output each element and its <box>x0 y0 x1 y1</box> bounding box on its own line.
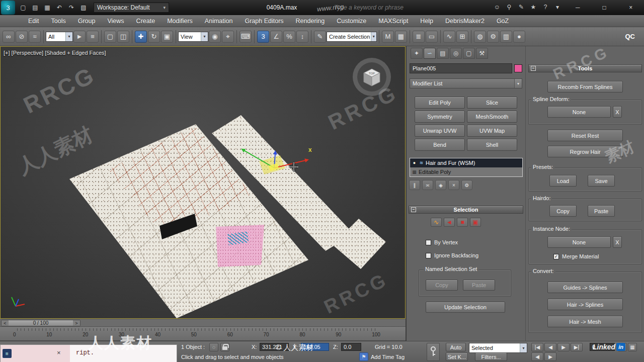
align-icon[interactable]: ▦ <box>395 31 407 43</box>
edit-named-selection-sets-icon[interactable]: ✎ <box>314 31 326 43</box>
angle-snap-icon[interactable]: ∠ <box>270 31 282 43</box>
y-coordinate-field[interactable]: 160.05 <box>301 343 329 351</box>
render-production-icon[interactable]: ● <box>513 31 525 43</box>
select-element-icon[interactable]: ▣ <box>470 218 481 227</box>
select-and-move-icon[interactable]: ✚ <box>135 31 147 43</box>
schematic-view-icon[interactable]: ⊞ <box>456 31 468 43</box>
unlink-selection-icon[interactable]: ⊘ <box>16 31 28 43</box>
key-step-forward-button[interactable]: ▶ <box>544 352 556 361</box>
script-pen-icon[interactable]: ✎ <box>516 2 527 12</box>
select-and-link-icon[interactable]: ∞ <box>3 31 15 43</box>
recomb-from-splines-button[interactable]: Recomb From Splines <box>547 81 623 93</box>
select-object-icon[interactable]: ► <box>73 31 86 43</box>
select-guide-vertices-icon[interactable]: ◄ <box>444 218 455 227</box>
chevron-down-icon[interactable]: ▾ <box>552 2 563 12</box>
menu-item[interactable]: Views <box>101 15 130 27</box>
selection-lock-icon[interactable] <box>220 343 229 351</box>
auto-key-button[interactable]: Auto <box>446 343 466 351</box>
community-icon[interactable]: ☺ <box>492 2 503 12</box>
material-editor-icon[interactable]: ◍ <box>474 31 486 43</box>
close-button[interactable]: × <box>617 0 644 15</box>
reference-coordinate-dropdown[interactable]: View ▾ <box>178 32 208 42</box>
hairdo-copy-button[interactable]: Copy <box>549 205 577 217</box>
menu-item[interactable]: GoZ <box>491 15 515 27</box>
hairdo-paste-button[interactable]: Paste <box>588 205 615 217</box>
viewport-label[interactable]: [+] [Perspective] [Shaded + Edged Faces] <box>4 50 106 56</box>
menu-item[interactable]: Group <box>72 15 102 27</box>
tab-create[interactable]: ✦ <box>411 48 423 59</box>
modifier-set-button[interactable]: MeshSmooth <box>467 111 517 123</box>
rendered-frame-window-icon[interactable]: ▥ <box>500 31 512 43</box>
menu-item[interactable]: Graph Editors <box>238 15 289 27</box>
save-file-icon[interactable]: ▦ <box>42 3 53 13</box>
collapse-icon[interactable]: − <box>531 66 536 71</box>
named-set-copy-button[interactable]: Copy <box>426 280 458 291</box>
maxscript-listener-window[interactable]: ≡ × ript. <box>0 344 177 362</box>
ignore-backfacing-checkbox[interactable] <box>426 253 431 258</box>
stack-row-hair-and-fur[interactable]: ● ≋ Hair and Fur (WSM) <box>410 158 522 167</box>
menu-item[interactable]: Tools <box>45 15 72 27</box>
spline-deform-none-button[interactable]: None <box>547 106 611 118</box>
select-and-manipulate-icon[interactable]: ⌖ <box>222 31 234 43</box>
instance-node-clear-button[interactable]: X <box>613 236 622 248</box>
add-time-tag-label[interactable]: Add Time Tag <box>371 354 405 360</box>
named-set-paste-button[interactable]: Paste <box>463 280 495 291</box>
selection-filter-dropdown[interactable]: All ▾ <box>46 32 73 42</box>
menu-item[interactable]: Animation <box>199 15 239 27</box>
key-filters-button[interactable]: Filters... <box>475 352 507 361</box>
set-keys-button[interactable] <box>427 343 440 361</box>
regrow-hair-button[interactable]: Regrow Hair <box>547 146 623 157</box>
menu-item[interactable]: Customize <box>331 15 372 27</box>
qc-button[interactable]: QC <box>625 33 635 40</box>
tab-modify[interactable]: ∽ <box>424 48 436 59</box>
minimize-button[interactable]: ─ <box>565 0 591 15</box>
menu-item[interactable]: MAXScript <box>372 15 414 27</box>
guides-to-splines-button[interactable]: Guides -> Splines <box>547 282 623 293</box>
time-configuration-icon[interactable]: ◔ <box>618 343 627 351</box>
tab-hierarchy[interactable]: ▤ <box>437 48 449 59</box>
time-tag-icon[interactable]: ⚑ <box>359 352 368 361</box>
hair-to-splines-button[interactable]: Hair -> Splines <box>547 299 623 310</box>
collapse-icon[interactable]: − <box>411 207 416 212</box>
close-icon[interactable]: × <box>57 349 61 356</box>
visibility-bulb-icon[interactable]: ● <box>412 160 417 166</box>
viewcube-cube-icon[interactable]: TOP <box>361 66 383 88</box>
tab-motion[interactable]: ◎ <box>450 48 462 59</box>
key-step-back-button[interactable]: ◀ <box>531 352 543 361</box>
menu-item[interactable]: Modifiers <box>161 15 199 27</box>
menu-item[interactable]: Edit <box>22 15 45 27</box>
merge-material-checkbox[interactable]: ✓ <box>553 254 559 259</box>
by-vertex-checkbox[interactable] <box>426 240 431 245</box>
modifier-set-button[interactable]: UVW Map <box>467 125 517 137</box>
named-selection-set-dropdown[interactable]: Create Selection Se ▾ <box>327 32 377 42</box>
perspective-viewport[interactable]: x TOP [+] [Perspective] [Shaded + Ed <box>0 46 406 319</box>
show-end-result-icon[interactable]: ≍ <box>422 180 433 190</box>
hair-to-mesh-button[interactable]: Hair -> Mesh <box>547 316 623 327</box>
menu-item[interactable]: Rendering <box>290 15 331 27</box>
previous-frame-button[interactable]: < <box>2 320 9 326</box>
object-color-swatch[interactable] <box>514 64 522 72</box>
select-faces-icon[interactable]: ■ <box>457 218 468 227</box>
maximize-button[interactable]: □ <box>591 0 618 15</box>
snaps-toggle-icon[interactable]: 3 <box>257 31 269 43</box>
select-and-rotate-icon[interactable]: ↻ <box>148 31 160 43</box>
tab-display[interactable]: ▢ <box>463 48 475 59</box>
redo-icon[interactable]: ↷ <box>66 3 77 13</box>
mini-curve-editor-icon[interactable]: ▦ <box>628 343 637 351</box>
workspace-dropdown[interactable]: Workspace: Default ▾ <box>94 3 169 13</box>
set-key-button[interactable]: Set K... <box>446 352 468 361</box>
pin-stack-icon[interactable]: ∥ <box>409 180 420 190</box>
project-folder-icon[interactable]: ▧ <box>78 3 89 13</box>
remove-modifier-icon[interactable]: × <box>448 180 459 190</box>
modifier-set-button[interactable]: Shell <box>467 139 517 151</box>
presets-load-button[interactable]: Load <box>549 175 577 187</box>
modifier-set-button[interactable]: Edit Poly <box>415 97 465 109</box>
instance-node-none-button[interactable]: None <box>547 236 611 248</box>
curve-editor-icon[interactable]: ∿ <box>443 31 455 43</box>
bind-to-space-warp-icon[interactable]: ≈ <box>29 31 41 43</box>
go-to-end-button[interactable]: ▶| <box>571 343 583 351</box>
use-pivot-center-icon[interactable]: ◉ <box>209 31 221 43</box>
open-file-icon[interactable]: ▤ <box>30 3 41 13</box>
configure-modifier-sets-icon[interactable]: ⚙ <box>461 180 472 190</box>
undo-icon[interactable]: ↶ <box>54 3 65 13</box>
